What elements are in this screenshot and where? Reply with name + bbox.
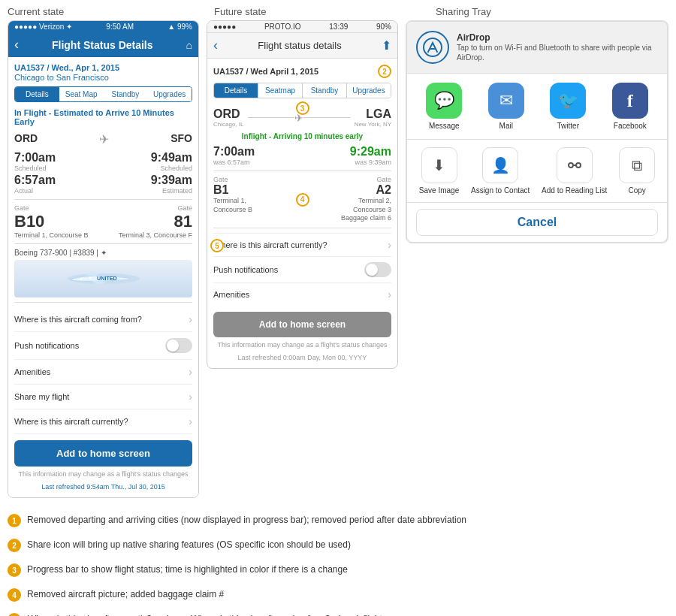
action-assign-contact[interactable]: 👤 Assign to Contact xyxy=(471,147,530,195)
route-to-code: LGA xyxy=(355,107,391,121)
list-item-amenities[interactable]: Amenities › xyxy=(14,360,192,385)
copy-label: Copy xyxy=(628,186,645,195)
arr-actual-time: 9:39am xyxy=(151,174,192,187)
future-tab-upgrades[interactable]: Upgrades xyxy=(347,83,391,98)
tab-upgrades[interactable]: Upgrades xyxy=(147,87,192,101)
circled-num-5: 5 xyxy=(210,239,224,252)
future-footer-2: Last refreshed 0:00am Day, Mon 00, YYYY xyxy=(213,353,391,363)
future-flight-id-text: UA1537 / Wed April 1, 2015 xyxy=(213,67,318,76)
footer-text-2: Last refreshed 9:54am Thu., Jul 30, 2015 xyxy=(14,482,192,492)
gate-row: Gate B10 Terminal 1, Concourse B Gate 81… xyxy=(14,204,192,239)
future-footer-1: This information may change as a flight'… xyxy=(213,340,391,350)
battery-indicator: ▲ 99% xyxy=(167,23,192,31)
share-facebook[interactable]: f Facebook xyxy=(612,83,648,130)
future-back-button[interactable]: ‹ xyxy=(213,38,218,53)
current-state-label: Current state xyxy=(8,6,214,17)
current-flight-id: UA1537 / Wed., Apr 1, 2015 xyxy=(14,63,192,72)
current-time: 9:50 AM xyxy=(106,23,134,31)
note-item-2: 2 Share icon will bring up native sharin… xyxy=(8,538,668,552)
tab-standby[interactable]: Standby xyxy=(104,87,148,101)
current-phone-body: UA1537 / Wed., Apr 1, 2015 Chicago to Sa… xyxy=(8,57,198,497)
arrival-block: SFO xyxy=(171,132,192,146)
future-list-item-push[interactable]: Push notifications xyxy=(213,256,391,282)
list-item-coming-from[interactable]: Where is this aircraft coming from? › xyxy=(14,307,192,332)
twitter-label: Twitter xyxy=(557,122,579,130)
route-from-code: ORD xyxy=(213,107,243,121)
push-notif-toggle[interactable] xyxy=(165,338,192,353)
svg-point-5 xyxy=(569,163,573,168)
future-inflight-status: Inflight - Arriving 10 minutes early xyxy=(213,132,391,140)
gate-arr-sub: Terminal 3, Concourse F xyxy=(119,231,192,239)
future-times-row: 7:00am was 6:57am 9:29am was 9:39am xyxy=(213,145,391,166)
coming-from-label: Where is this aircraft coming from? xyxy=(14,315,142,324)
future-tab-seatmap[interactable]: Seatmap xyxy=(258,83,303,98)
back-button[interactable]: ‹ xyxy=(14,37,19,53)
home-icon[interactable]: ⌂ xyxy=(186,39,192,51)
plane-icon: ✈ xyxy=(99,132,109,146)
gate-dep-label: Gate xyxy=(14,204,89,212)
note-text-4: Removed aircraft picture; added baggage … xyxy=(27,587,224,601)
future-gate-section: Gate B1 Terminal 1,Concourse B Gate A2 T… xyxy=(213,176,391,223)
share-message[interactable]: 💬 Message xyxy=(426,83,462,130)
future-phone-header: ‹ Flight status details ⬆ xyxy=(207,33,397,59)
reading-list-icon xyxy=(557,147,593,183)
list-item-share-flight[interactable]: Share my flight › xyxy=(14,385,192,409)
current-phone-title: Flight Status Details xyxy=(23,39,182,51)
facebook-label: Facebook xyxy=(614,122,647,130)
svg-text:UNITED: UNITED xyxy=(97,275,117,282)
tab-seatmap[interactable]: Seat Map xyxy=(59,87,104,101)
airdrop-section: AirDrop Tap to turn on Wi-Fi and Bluetoo… xyxy=(407,22,667,74)
note-item-3: 3 Progress bar to show flight status; ti… xyxy=(8,563,668,577)
future-gate-arr-label: Gate xyxy=(341,176,391,183)
share-apps-row: 💬 Message ✉ Mail 🐦 Twitter xyxy=(407,74,667,140)
note-item-4: 4 Removed aircraft picture; added baggag… xyxy=(8,587,668,602)
note-text-5: Where is this aircraft currently? replac… xyxy=(27,612,382,616)
cancel-button[interactable]: Cancel xyxy=(416,209,658,236)
chevron-icon-share: › xyxy=(189,391,192,403)
message-label: Message xyxy=(429,122,460,130)
assign-contact-icon: 👤 xyxy=(482,147,518,183)
cancel-section: Cancel xyxy=(407,202,667,242)
future-tab-details[interactable]: Details xyxy=(214,83,258,98)
gate-arr-label: Gate xyxy=(119,204,192,212)
future-push-toggle[interactable] xyxy=(364,262,391,277)
assign-contact-label: Assign to Contact xyxy=(471,186,530,195)
future-share-icon[interactable]: ⬆ xyxy=(382,38,391,53)
notes-section: 1 Removed departing and arriving cities … xyxy=(0,504,676,616)
action-copy[interactable]: ⧉ Copy xyxy=(619,147,655,195)
future-add-home-button[interactable]: Add to home screen xyxy=(213,312,391,337)
circled-num-3: 3 xyxy=(296,101,309,115)
save-image-icon: ⬇ xyxy=(421,147,457,183)
push-notif-label: Push notifications xyxy=(14,341,79,350)
share-twitter[interactable]: 🐦 Twitter xyxy=(550,83,586,130)
route-section: ORD Chicago, IL ✈ LGA New York, NY 3 xyxy=(213,104,391,131)
future-dep-time: 7:00am xyxy=(213,145,255,159)
add-home-button[interactable]: Add to home screen xyxy=(14,440,192,467)
current-status-banner: In Flight - Estimated to Arrive 10 Minut… xyxy=(14,108,192,126)
action-save-image[interactable]: ⬇ Save Image xyxy=(419,147,459,195)
future-time: 13:39 xyxy=(329,23,348,31)
list-item-push-notifications[interactable]: Push notifications xyxy=(14,332,192,360)
save-image-label: Save Image xyxy=(419,186,459,195)
future-tab-standby[interactable]: Standby xyxy=(303,83,347,98)
chevron-icon-amenities: › xyxy=(189,366,192,378)
tab-details[interactable]: Details xyxy=(15,87,59,101)
list-item-aircraft-currently[interactable]: Where is this aircraft currently? › xyxy=(14,409,192,434)
aircraft-section: Boeing 737-900 | #3839 | ✦ UNITED xyxy=(14,243,192,303)
flight-times-row: ORD ✈ SFO xyxy=(14,132,192,146)
future-gate-arr-sub: Terminal 2,Concourse 3Baggage claim 6 xyxy=(341,197,391,223)
route-to-city: New York, NY xyxy=(355,121,391,128)
future-list-item-amenities[interactable]: Amenities › xyxy=(213,282,391,306)
future-list-item-currently[interactable]: Where is this aircraft currently? › xyxy=(213,233,391,256)
share-actions-row: ⬇ Save Image 👤 Assign to Contact xyxy=(407,140,667,202)
chevron-icon-currently: › xyxy=(189,415,192,427)
sharing-tray-label: Sharing Tray xyxy=(436,6,668,17)
mail-icon: ✉ xyxy=(488,83,524,119)
chevron-icon: › xyxy=(189,313,192,325)
future-battery: 90% xyxy=(376,23,391,31)
arr-sched-time: 9:49am xyxy=(151,151,192,165)
amenities-label: Amenities xyxy=(14,367,50,376)
dep-sched-label: Scheduled xyxy=(14,165,56,172)
share-mail[interactable]: ✉ Mail xyxy=(488,83,524,130)
action-reading-list[interactable]: Add to Reading List xyxy=(542,147,607,195)
